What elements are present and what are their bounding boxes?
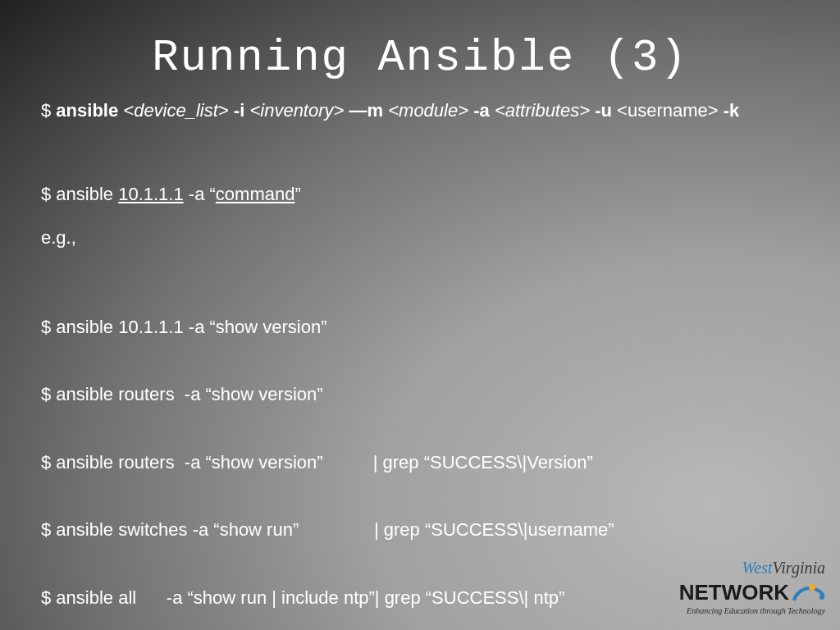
example-mid: -a “ [184, 184, 216, 204]
arg-inventory: <inventory> [249, 100, 344, 121]
example-suffix: ” [294, 184, 300, 204]
svg-point-0 [809, 584, 815, 591]
logo-west: West [742, 559, 773, 577]
prompt: $ [41, 100, 56, 121]
command-syntax: $ ansible <device_list> -i <inventory> —… [41, 99, 799, 122]
command-line: $ ansible routers -a “show version” [41, 383, 799, 406]
flag-i: -i [234, 100, 244, 121]
flag-m: —m [349, 100, 384, 121]
command-line: $ ansible routers -a “show version” | gr… [41, 451, 799, 474]
cmd-name: ansible [56, 100, 118, 121]
flag-a: -a [473, 100, 490, 121]
arg-device: <device_list> [123, 100, 228, 121]
svg-point-1 [819, 595, 824, 600]
example-prefix: $ ansible [41, 184, 118, 204]
example-command: command [216, 184, 295, 204]
eg-label: e.g., [41, 226, 799, 249]
example-template: $ ansible 10.1.1.1 -a “command” [41, 183, 799, 206]
logo-line1: WestVirginia [679, 559, 825, 576]
flag-k: -k [724, 100, 740, 121]
logo: WestVirginia NETWORK Enhancing Education… [679, 559, 825, 615]
arg-module: <module> [388, 100, 468, 121]
logo-network: NETWORK [679, 582, 789, 603]
logo-arc-icon [792, 576, 825, 609]
command-line: $ ansible switches -a “show run” | grep … [41, 518, 799, 541]
slide-body: $ ansible <device_list> -i <inventory> —… [0, 83, 840, 630]
arg-attributes: <attributes> [495, 100, 590, 121]
example-ip: 10.1.1.1 [118, 184, 184, 204]
slide-title: Running Ansible (3) [0, 0, 840, 83]
arg-username: <username> [617, 100, 719, 121]
command-line: $ ansible 10.1.1.1 -a “show version” [41, 316, 799, 339]
flag-u: -u [595, 100, 612, 121]
logo-virginia: Virginia [773, 559, 825, 577]
